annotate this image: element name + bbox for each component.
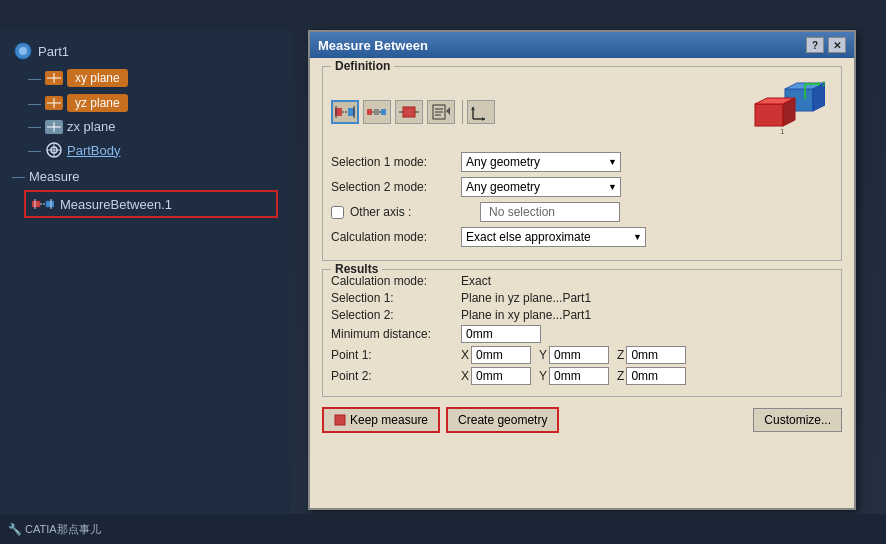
plane-icon-zx [45, 120, 63, 134]
svg-point-1 [19, 47, 27, 55]
tree-item-partbody[interactable]: — PartBody [0, 139, 290, 161]
bottom-bar-text: 🔧 CATIA那点事儿 [8, 522, 101, 537]
export-icon [431, 103, 451, 121]
calc-mode-select[interactable]: Exact else approximate [461, 227, 646, 247]
point2-y-value: 0mm [549, 367, 609, 385]
tree-panel: Part1 — xy plane — yz plane — [0, 30, 290, 544]
part1-label: Part1 [38, 44, 69, 59]
svg-rect-30 [403, 107, 415, 117]
point1-label: Point 1: [331, 348, 461, 362]
toolbar-btn-axis[interactable] [467, 100, 495, 124]
svg-rect-45 [755, 104, 783, 126]
point1-x-value: 0mm [471, 346, 531, 364]
plane-icon-yz [45, 96, 63, 110]
point2-row: Point 2: X 0mm Y 0mm Z 0mm [331, 367, 833, 385]
xy-plane-label: xy plane [67, 69, 128, 87]
selection1-select-wrapper[interactable]: Any geometry [461, 152, 621, 172]
connector-zx: — [28, 119, 41, 134]
other-axis-row: Other axis : No selection [331, 202, 833, 222]
measure-label: Measure [29, 169, 80, 184]
results-calc-label: Calculation mode: [331, 274, 461, 288]
connector-xy: — [28, 71, 41, 86]
help-button[interactable]: ? [806, 37, 824, 53]
tree-item-part1[interactable]: Part1 [0, 38, 290, 64]
min-dist-value: 0mm [461, 325, 541, 343]
x1-label: X [461, 348, 469, 362]
tree-item-measure-between[interactable]: MeasureBetween.1 [24, 190, 278, 218]
toolbar-btn-item[interactable] [395, 100, 423, 124]
item-measure-icon [399, 103, 419, 121]
dialog-title: Measure Between [318, 38, 428, 53]
tree-item-xy-plane[interactable]: — xy plane [0, 67, 290, 89]
other-axis-checkbox[interactable] [331, 206, 344, 219]
create-geometry-button[interactable]: Create geometry [446, 407, 559, 433]
measure-between-label: MeasureBetween.1 [60, 197, 172, 212]
svg-text:2: 2 [822, 79, 825, 88]
tree-item-measure[interactable]: — Measure [0, 167, 290, 186]
selection1-label: Selection 1 mode: [331, 155, 461, 169]
min-dist-row: Minimum distance: 0mm [331, 325, 833, 343]
z1-label: Z [617, 348, 624, 362]
bottom-buttons: Keep measure Create geometry Customize..… [322, 407, 842, 433]
point2-z-group: Z 0mm [617, 367, 686, 385]
toolbar-btn-chain[interactable] [363, 100, 391, 124]
measure-between-dialog: Measure Between ? ✕ Definition [308, 30, 856, 510]
point2-x-group: X 0mm [461, 367, 531, 385]
measure-between-icon [32, 196, 54, 212]
chain-icon [367, 103, 387, 121]
connector-measure: — [12, 169, 25, 184]
point1-z-value: 0mm [626, 346, 686, 364]
svg-marker-40 [471, 107, 475, 110]
results-sel1-label: Selection 1: [331, 291, 461, 305]
svg-rect-26 [374, 109, 379, 115]
selection1-row: Selection 1 mode: Any geometry [331, 152, 833, 172]
results-sel2-label: Selection 2: [331, 308, 461, 322]
results-sel2-value: Plane in xy plane...Part1 [461, 308, 591, 322]
point2-x-value: 0mm [471, 367, 531, 385]
point1-x-group: X 0mm [461, 346, 531, 364]
connector-yz: — [28, 96, 41, 111]
x2-label: X [461, 369, 469, 383]
calc-mode-row: Calculation mode: Exact else approximate [331, 227, 833, 247]
svg-marker-41 [482, 117, 485, 121]
calc-mode-label: Calculation mode: [331, 230, 461, 244]
selection2-row: Selection 2 mode: Any geometry [331, 177, 833, 197]
no-selection-text: No selection [489, 205, 555, 219]
selection2-select[interactable]: Any geometry [461, 177, 621, 197]
selection1-select[interactable]: Any geometry [461, 152, 621, 172]
svg-rect-54 [335, 415, 345, 425]
results-sel1-value: Plane in yz plane...Part1 [461, 291, 591, 305]
3d-shapes-icon: 2 1 [750, 79, 825, 141]
selection2-select-wrapper[interactable]: Any geometry [461, 177, 621, 197]
no-selection-box: No selection [480, 202, 620, 222]
customize-button[interactable]: Customize... [753, 408, 842, 432]
svg-marker-37 [446, 107, 450, 115]
connector-pb: — [28, 143, 41, 158]
calc-mode-select-wrapper[interactable]: Exact else approximate [461, 227, 646, 247]
svg-rect-25 [367, 109, 372, 115]
point2-y-group: Y 0mm [539, 367, 609, 385]
y2-label: Y [539, 369, 547, 383]
plane-icon-xy [45, 71, 63, 85]
point1-y-value: 0mm [549, 346, 609, 364]
partbody-icon [45, 141, 63, 159]
dialog-titlebar: Measure Between ? ✕ [310, 32, 854, 58]
keep-measure-icon [334, 414, 346, 426]
tree-item-yz-plane[interactable]: — yz plane [0, 92, 290, 114]
tree-item-zx-plane[interactable]: — zx plane [0, 117, 290, 136]
part1-icon [12, 40, 34, 62]
definition-group: Definition [322, 66, 842, 261]
close-button[interactable]: ✕ [828, 37, 846, 53]
partbody-label: PartBody [67, 143, 120, 158]
results-calc-value: Exact [461, 274, 491, 288]
keep-measure-button[interactable]: Keep measure [322, 407, 440, 433]
toolbar-btn-export[interactable] [427, 100, 455, 124]
toolbar-btn-measure-between[interactable] [331, 100, 359, 124]
min-dist-label: Minimum distance: [331, 327, 461, 341]
point2-z-value: 0mm [626, 367, 686, 385]
point1-z-group: Z 0mm [617, 346, 686, 364]
geometry-3d-icon: 2 1 [750, 79, 825, 144]
svg-text:1: 1 [780, 127, 785, 136]
other-axis-label: Other axis : [350, 205, 480, 219]
results-calc-mode-row: Calculation mode: Exact [331, 274, 833, 288]
